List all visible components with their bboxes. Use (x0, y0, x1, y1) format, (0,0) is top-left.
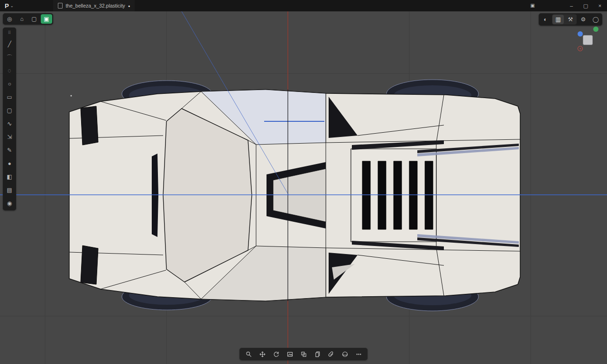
orientation-gizmo[interactable]: × (577, 27, 599, 53)
arc-tool[interactable]: ⌒ (4, 51, 15, 64)
tools-button[interactable]: ⚒ (565, 15, 576, 24)
app-logo[interactable]: P ⌄ (0, 2, 18, 9)
layout-toggle-icon[interactable]: ▣ (525, 0, 540, 11)
gizmo-z-axis-dot[interactable] (578, 31, 583, 36)
attach-icon[interactable] (325, 349, 337, 359)
car-hood-slot (152, 154, 158, 237)
modified-indicator: ● (128, 4, 130, 8)
viewport-canvas[interactable] (0, 11, 607, 364)
gizmo-cube[interactable] (583, 35, 593, 45)
model-car[interactable] (69, 80, 520, 311)
car-front-slot-bottom (81, 246, 98, 284)
wireframe-view-button[interactable]: ▢ (28, 14, 40, 24)
box-tool[interactable]: ▢ (4, 104, 15, 117)
chevron-down-icon: ⌄ (10, 4, 14, 8)
cursor-dot (71, 95, 72, 97)
panel-toolbar: ◐▥⚒⚙◯ (539, 13, 602, 26)
more-icon[interactable] (353, 349, 364, 359)
maximize-button[interactable]: ▢ (579, 0, 593, 11)
pattern-tool[interactable]: ▤ (4, 184, 15, 196)
extrude-tool[interactable]: ⇲ (4, 131, 15, 143)
tool-palette: ⠿╱⌒◌○▭▢∿⇲✎●◧▤◉ (3, 27, 16, 210)
title-bar: P ⌄ the_belleza_x_32.plasticity ● ▣–▢× (0, 0, 607, 11)
gizmo-y-axis-dot[interactable] (593, 27, 598, 32)
move-icon[interactable] (257, 349, 268, 359)
shaded-view-button[interactable]: ◎ (4, 14, 15, 24)
home-view-button[interactable]: ⌂ (16, 14, 28, 24)
duplicate-icon[interactable] (312, 349, 323, 359)
toolbar-group: ▥⚒ (552, 14, 577, 25)
document-icon (58, 3, 63, 9)
solid-view-button[interactable]: ▣ (41, 14, 52, 24)
view-mode-toolbar: ◎⌂▢▣ (3, 13, 53, 25)
render-icon[interactable] (284, 349, 295, 359)
spline-tool[interactable]: ∿ (4, 118, 15, 130)
settings-button[interactable]: ⚙ (578, 15, 589, 24)
line-tool[interactable]: ╱ (4, 38, 15, 50)
help-button[interactable]: ◯ (590, 15, 601, 24)
cylinder-tool[interactable]: ▭ (4, 91, 15, 103)
sync-icon[interactable] (270, 349, 282, 359)
circle-tool[interactable]: ○ (4, 78, 15, 90)
copy-icon[interactable] (298, 349, 309, 359)
close-button[interactable]: × (593, 0, 607, 11)
pencil-tool[interactable]: ✎ (4, 144, 15, 156)
sphere-tool[interactable]: ● (4, 157, 15, 170)
solid-tool[interactable]: ◧ (4, 171, 15, 183)
gizmo-x-axis-dot[interactable]: × (578, 46, 583, 51)
app-logo-letter: P (5, 2, 9, 9)
car-front-slot-top (81, 106, 98, 145)
viewport[interactable]: ◎⌂▢▣ ⠿╱⌒◌○▭▢∿⇲✎●◧▤◉ ◐▥⚒⚙◯ × (0, 11, 607, 364)
theme-toggle-button[interactable]: ◐ (540, 15, 551, 24)
document-title: the_belleza_x_32.plasticity (65, 3, 125, 9)
minimize-button[interactable]: – (564, 0, 579, 11)
search-icon[interactable] (243, 349, 254, 359)
bottom-toolbar (239, 348, 368, 360)
toolbar-handle-icon[interactable]: ⠿ (4, 28, 15, 37)
panels-toggle-button[interactable]: ▥ (552, 15, 564, 24)
window-controls: ▣–▢× (525, 0, 607, 11)
control-point-tool[interactable]: ◌ (4, 64, 15, 77)
fillet-tool[interactable]: ◉ (4, 197, 15, 209)
document-tab[interactable]: the_belleza_x_32.plasticity ● (53, 0, 135, 11)
material-sphere-icon[interactable] (339, 349, 350, 359)
